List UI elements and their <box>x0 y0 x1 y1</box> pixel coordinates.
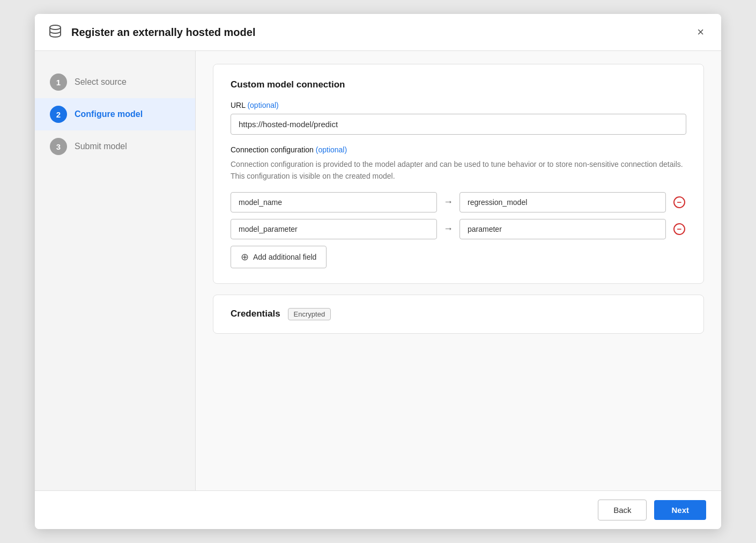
close-button[interactable]: × <box>693 24 708 40</box>
dialog-header: Register an externally hosted model × <box>35 14 721 51</box>
credentials-card: Credentials Encrypted <box>213 295 704 334</box>
conn-config-label: Connection configuration (optional) <box>231 145 686 154</box>
kv-row-2: → − <box>231 219 686 239</box>
sidebar-item-configure-model[interactable]: 2 Configure model <box>35 98 195 130</box>
arrow-icon-2: → <box>443 223 453 234</box>
url-input[interactable] <box>231 114 686 135</box>
dialog: Register an externally hosted model × 1 … <box>35 14 721 529</box>
step1-circle: 1 <box>50 74 67 91</box>
back-button[interactable]: Back <box>598 500 647 520</box>
kv-key-1[interactable] <box>231 192 437 212</box>
sidebar: 1 Select source 2 Configure model 3 Subm… <box>35 51 196 490</box>
dialog-title: Register an externally hosted model <box>71 26 255 39</box>
custom-connection-title: Custom model connection <box>231 79 686 90</box>
add-field-button[interactable]: ⊕ Add additional field <box>231 246 327 268</box>
step1-label: Select source <box>75 77 127 87</box>
conn-config-desc: Connection configuration is provided to … <box>231 158 686 182</box>
credentials-header: Credentials Encrypted <box>231 308 686 320</box>
kv-key-2[interactable] <box>231 219 437 239</box>
remove-circle-2: − <box>673 223 685 235</box>
remove-row-1-button[interactable]: − <box>672 195 686 209</box>
kv-row-1: → − <box>231 192 686 212</box>
next-button[interactable]: Next <box>654 500 706 520</box>
credentials-title: Credentials <box>231 309 280 319</box>
remove-row-2-button[interactable]: − <box>672 222 686 236</box>
step3-label: Submit model <box>75 142 127 151</box>
dialog-footer: Back Next <box>35 490 721 529</box>
main-content: Custom model connection URL (optional) C… <box>196 51 721 490</box>
dialog-body: 1 Select source 2 Configure model 3 Subm… <box>35 51 721 490</box>
sidebar-item-select-source[interactable]: 1 Select source <box>35 66 195 98</box>
dialog-title-group: Register an externally hosted model <box>48 24 255 41</box>
arrow-icon-1: → <box>443 196 453 208</box>
custom-connection-card: Custom model connection URL (optional) C… <box>213 64 704 284</box>
step3-circle: 3 <box>50 138 67 155</box>
database-icon <box>48 24 65 41</box>
svg-point-0 <box>50 25 61 30</box>
remove-circle-1: − <box>673 196 685 208</box>
kv-value-2[interactable] <box>459 219 666 239</box>
sidebar-item-submit-model[interactable]: 3 Submit model <box>35 130 195 163</box>
encrypted-badge: Encrypted <box>288 308 331 320</box>
step2-circle: 2 <box>50 106 67 123</box>
step2-label: Configure model <box>75 109 143 119</box>
url-label: URL (optional) <box>231 101 686 109</box>
kv-value-1[interactable] <box>459 192 666 212</box>
plus-circle-icon: ⊕ <box>241 251 249 263</box>
